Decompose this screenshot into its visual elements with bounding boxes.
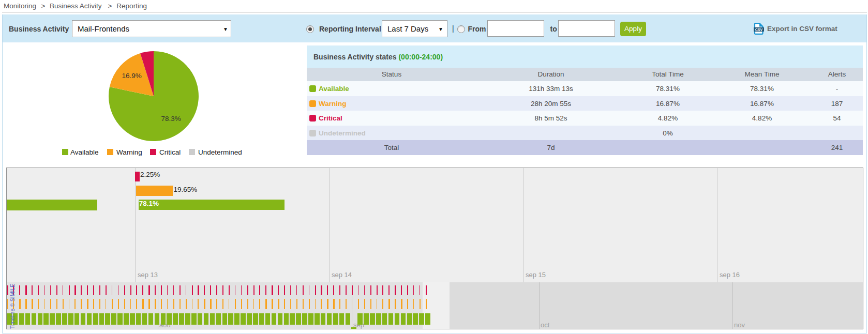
svg-text:CSV: CSV bbox=[755, 28, 763, 32]
